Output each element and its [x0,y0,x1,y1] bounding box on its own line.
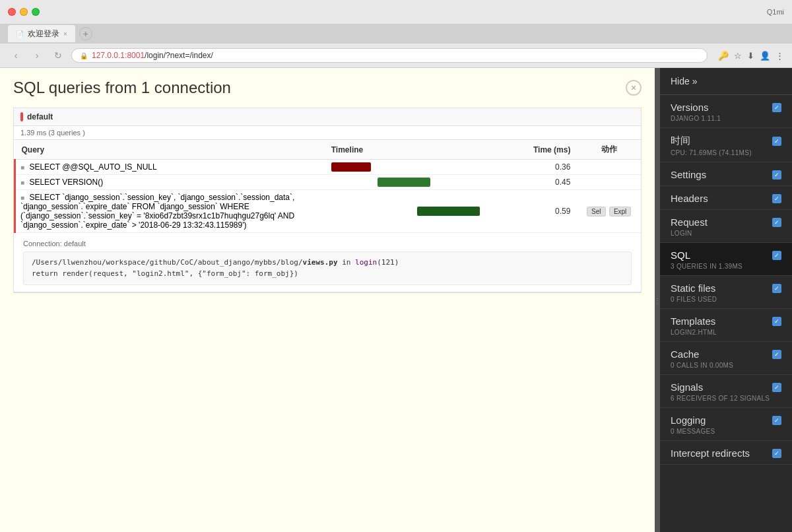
sidebar-item-versions[interactable]: Versions ✓ Django 1.11.1 [660,95,792,128]
timeline-cell [325,190,523,233]
page-title: SQL queries from 1 connection [13,79,231,97]
sidebar-item-headers[interactable]: Headers ✓ [660,186,792,210]
checkbox-icon: ✓ [772,317,781,326]
table-row: ■ SELECT @@SQL_AUTO_IS_NULL 0.36 [15,160,642,175]
code-line-2: return render(request, "login2.html", {"… [32,269,623,280]
sidebar-item-label: Settings [671,169,706,180]
checkbox-icon: ✓ [772,416,781,425]
sidebar-item-label: Templates [671,316,715,327]
checkbox-icon: ✓ [772,218,781,227]
sidebar: Hide » Versions ✓ Django 1.11.1 时间 ✓ CPU… [660,68,792,532]
url-bar[interactable]: 🔒 127.0.0.1:8001/login/?next=/index/ [71,48,708,63]
sidebar-item-label: Headers [671,193,708,204]
new-tab-button[interactable]: + [79,27,92,40]
query-cell: ■ SELECT VERSION() [15,175,325,190]
table-row: ■ SELECT VERSION() 0.45 [15,175,642,190]
close-button[interactable]: × [626,80,642,96]
back-button[interactable]: ‹ [8,48,24,63]
query-table: Query Timeline Time (ms) 动作 ■ SELECT @@S… [14,140,641,233]
resize-handle[interactable]: ⋮ [655,68,660,532]
checkbox-icon: ✓ [772,449,781,458]
col-query: Query [15,140,325,160]
query-text: SELECT VERSION() [29,178,103,187]
tab-title: 欢迎登录 [28,28,59,40]
row-num: ■ [20,194,24,201]
sidebar-item-label: Static files [671,283,715,294]
sidebar-item-label: 时间 [671,135,690,147]
db-header: default [14,108,641,126]
time-cell: 0.45 [523,175,578,190]
sidebar-item-intercept[interactable]: Intercept redirects ✓ [660,441,792,465]
sidebar-item-sql[interactable]: SQL ✓ 3 QUERIES IN 1.39MS [660,243,792,276]
sidebar-item-detail: 3 QUERIES IN 1.39MS [671,263,781,270]
refresh-button[interactable]: ↻ [50,48,66,63]
timeline-bar [331,162,371,172]
star-icon[interactable]: ☆ [734,51,742,61]
time-cell: 0.59 [523,190,578,233]
db-stats: 1.39 ms (3 queries ) [14,126,641,140]
checkbox-icon: ✓ [772,251,781,260]
timeline-bar [417,207,480,216]
forward-button[interactable]: › [29,48,45,63]
url-text: 127.0.0.1:8001/login/?next=/index/ [92,51,213,60]
time-cell: 0.36 [523,160,578,175]
sidebar-item-templates[interactable]: Templates ✓ LOGIN2.HTML [660,309,792,342]
sidebar-item-detail: LOGIN2.HTML [671,329,781,336]
checkbox-icon: ✓ [772,170,781,180]
lock-icon: 🔒 [80,52,88,59]
expl-button[interactable]: Expl [609,207,631,216]
db-name: default [27,112,53,121]
query-detail: Connection: default /Users/llwenzhou/wor… [14,233,641,292]
sidebar-item-label: Logging [671,415,706,426]
action-cell [577,175,641,190]
func-name: login [355,258,377,267]
code-line-1: /Users/llwenzhou/workspace/github/CoC/ab… [32,257,623,269]
timeline-cell [325,160,523,175]
sidebar-item-detail: Django 1.11.1 [671,115,781,122]
sidebar-item-cache[interactable]: Cache ✓ 0 CALLS IN 0.00MS [660,342,792,375]
query-cell: ■ SELECT @@SQL_AUTO_IS_NULL [15,160,325,175]
db-indicator [20,112,23,121]
sidebar-item-logging[interactable]: Logging ✓ 0 MESSAGES [660,408,792,441]
sidebar-item-label: SQL [671,249,690,261]
menu-icon[interactable]: ⋮ [776,51,784,61]
hide-button[interactable]: Hide » [660,68,792,95]
content-area: SQL queries from 1 connection × default … [0,68,655,532]
browser-tab[interactable]: 📄 欢迎登录 × [8,25,75,42]
sidebar-item-time[interactable]: 时间 ✓ CPU: 71.69ms (74.11ms) [660,128,792,162]
timeline-cell [325,175,523,190]
minimize-traffic-light[interactable] [20,8,28,16]
browser-title-right: Q1mi [767,8,784,16]
action-cell: Sel Expl [577,190,641,233]
checkbox-icon: ✓ [772,350,781,359]
row-num: ■ [20,164,24,171]
key-icon: 🔑 [718,51,729,61]
close-traffic-light[interactable] [8,8,16,16]
profile-icon: 👤 [760,51,770,61]
sel-button[interactable]: Sel [587,207,605,216]
sidebar-item-label: Signals [671,382,703,393]
sidebar-item-detail: CPU: 71.69ms (74.11ms) [671,149,781,156]
row-num: ■ [20,179,24,186]
sidebar-item-request[interactable]: Request ✓ LOGIN [660,210,792,243]
table-header-row: Query Timeline Time (ms) 动作 [15,140,642,160]
address-bar: ‹ › ↻ 🔒 127.0.0.1:8001/login/?next=/inde… [0,44,792,67]
file-path: /Users/llwenzhou/workspace/github/CoC/ab… [32,258,338,267]
sidebar-item-settings[interactable]: Settings ✓ [660,162,792,186]
checkbox-icon: ✓ [772,284,781,293]
sql-header: SQL queries from 1 connection × [0,68,655,108]
col-timeline: Timeline [325,140,523,160]
tab-bar: 📄 欢迎登录 × + [0,24,792,44]
sidebar-item-static[interactable]: Static files ✓ 0 FILES USED [660,276,792,309]
action-cell [577,160,641,175]
sidebar-item-label: Intercept redirects [671,448,750,459]
sidebar-item-signals[interactable]: Signals ✓ 6 RECEIVERS OF 12 SIGNALS [660,375,792,408]
col-time: Time (ms) [523,140,578,160]
extension-icon: ⬇ [747,51,754,61]
tab-close-button[interactable]: × [63,30,67,38]
sidebar-item-detail: 0 FILES USED [671,296,781,303]
sidebar-item-detail: 0 CALLS IN 0.00MS [671,362,781,369]
table-row: ■ SELECT `django_session`.`session_key`,… [15,190,642,233]
func-args: (121) [377,258,399,267]
fullscreen-traffic-light[interactable] [32,8,40,16]
